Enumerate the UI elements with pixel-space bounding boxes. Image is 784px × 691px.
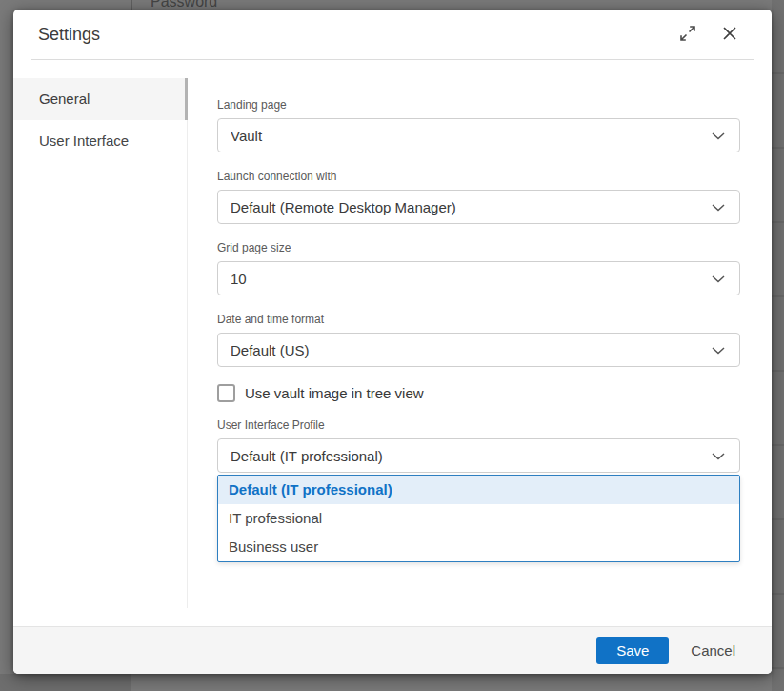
close-icon	[721, 25, 738, 45]
close-button[interactable]	[717, 22, 742, 47]
ui-profile-value: Default (IT professional)	[231, 448, 712, 464]
chevron-down-icon	[712, 127, 725, 144]
sidebar-item-general[interactable]: General	[13, 78, 188, 120]
dropdown-option-business-user[interactable]: Business user	[218, 533, 739, 561]
date-time-format-select[interactable]: Default (US)	[217, 333, 740, 367]
dialog-footer: Save Cancel	[13, 626, 772, 674]
chevron-down-icon	[712, 270, 725, 287]
sidebar-divider	[187, 78, 188, 608]
launch-connection-value: Default (Remote Desktop Manager)	[231, 199, 712, 215]
sidebar-item-user-interface[interactable]: User Interface	[13, 120, 188, 162]
background-right-strip	[772, 0, 784, 691]
ui-profile-select[interactable]: Default (IT professional)	[217, 438, 740, 473]
vault-image-checkbox[interactable]	[217, 384, 235, 402]
chevron-down-icon	[712, 447, 725, 464]
launch-connection-select[interactable]: Default (Remote Desktop Manager)	[217, 190, 740, 224]
chevron-down-icon	[712, 198, 725, 215]
expand-icon	[678, 24, 697, 46]
chevron-down-icon	[712, 341, 725, 358]
launch-connection-label: Launch connection with	[217, 170, 740, 183]
settings-content: Landing page Vault Launch connection wit…	[188, 60, 772, 626]
launch-connection-field: Launch connection with Default (Remote D…	[217, 170, 740, 224]
settings-sidebar: General User Interface	[13, 60, 188, 626]
settings-dialog: Settings General User Interface	[13, 10, 772, 674]
grid-page-size-select[interactable]: 10	[217, 261, 740, 295]
grid-page-size-value: 10	[231, 271, 712, 287]
vault-image-checkbox-label: Use vault image in tree view	[245, 385, 424, 401]
landing-page-value: Vault	[231, 128, 712, 144]
ui-profile-dropdown-list: Default (IT professional) IT professiona…	[217, 475, 740, 562]
background-bottom-left	[0, 674, 131, 691]
ui-profile-field: User Interface Profile Default (IT profe…	[217, 418, 740, 562]
date-time-format-value: Default (US)	[231, 342, 712, 358]
cancel-button[interactable]: Cancel	[691, 642, 735, 659]
dialog-header: Settings	[13, 10, 772, 59]
expand-button[interactable]	[675, 22, 700, 47]
vault-image-checkbox-row[interactable]: Use vault image in tree view	[217, 384, 740, 402]
grid-page-size-label: Grid page size	[217, 241, 740, 254]
grid-page-size-field: Grid page size 10	[217, 241, 740, 295]
date-time-format-field: Date and time format Default (US)	[217, 313, 740, 367]
date-time-format-label: Date and time format	[217, 313, 740, 326]
landing-page-field: Landing page Vault	[217, 98, 740, 152]
dropdown-option-it-professional[interactable]: IT professional	[218, 504, 739, 533]
dialog-title: Settings	[38, 25, 675, 45]
save-button[interactable]: Save	[596, 637, 669, 664]
landing-page-label: Landing page	[217, 98, 740, 112]
landing-page-select[interactable]: Vault	[217, 118, 740, 152]
dropdown-option-default-it-professional[interactable]: Default (IT professional)	[218, 476, 739, 504]
dialog-body: General User Interface Landing page Vaul…	[13, 60, 772, 626]
ui-profile-label: User Interface Profile	[217, 418, 740, 432]
